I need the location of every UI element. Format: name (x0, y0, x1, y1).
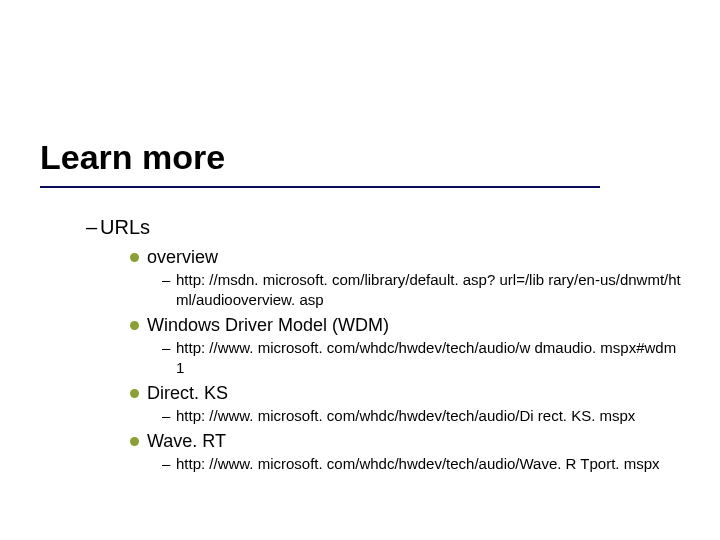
slide: Learn more – URLs overview – http: //msd… (0, 0, 720, 540)
item-label: Wave. RT (147, 430, 226, 452)
bullet-icon (130, 321, 139, 330)
list-level1: – URLs (86, 214, 686, 240)
url-text: http: //www. microsoft. com/whdc/hwdev/t… (176, 454, 686, 474)
list-item: Windows Driver Model (WDM) (130, 314, 686, 336)
item-label: Direct. KS (147, 382, 228, 404)
level1-label: URLs (100, 214, 150, 240)
bullet-icon (130, 253, 139, 262)
dash-icon: – (162, 270, 176, 290)
dash-icon: – (86, 214, 100, 240)
item-label: overview (147, 246, 218, 268)
url-text: http: //www. microsoft. com/whdc/hwdev/t… (176, 406, 686, 426)
item-label: Windows Driver Model (WDM) (147, 314, 389, 336)
bullet-icon (130, 389, 139, 398)
dash-icon: – (162, 454, 176, 474)
list-item: Wave. RT (130, 430, 686, 452)
list-item: Direct. KS (130, 382, 686, 404)
url-wrap: – http: //www. microsoft. com/whdc/hwdev… (162, 406, 686, 426)
url-wrap: – http: //www. microsoft. com/whdc/hwdev… (162, 338, 686, 378)
page-title: Learn more (40, 138, 225, 177)
level2-container: overview – http: //msdn. microsoft. com/… (130, 246, 686, 474)
bullet-icon (130, 437, 139, 446)
url-text: http: //msdn. microsoft. com/library/def… (176, 270, 686, 310)
dash-icon: – (162, 406, 176, 426)
url-wrap: – http: //msdn. microsoft. com/library/d… (162, 270, 686, 310)
url-wrap: – http: //www. microsoft. com/whdc/hwdev… (162, 454, 686, 474)
dash-icon: – (162, 338, 176, 358)
list-item: overview (130, 246, 686, 268)
title-underline (40, 186, 600, 188)
url-text: http: //www. microsoft. com/whdc/hwdev/t… (176, 338, 686, 378)
slide-body: – URLs overview – http: //msdn. microsof… (86, 214, 686, 478)
